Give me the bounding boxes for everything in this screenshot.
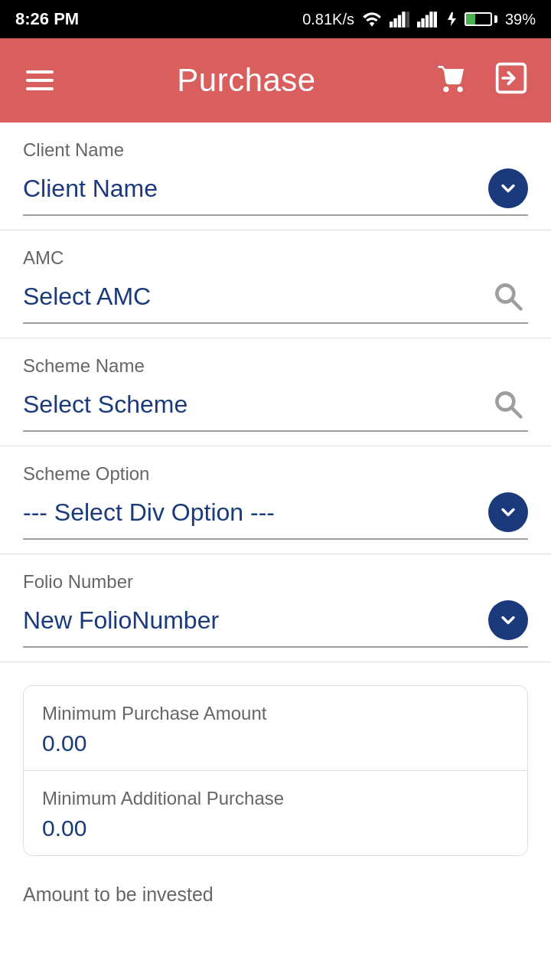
min-purchase-label: Minimum Purchase Amount [42, 703, 509, 724]
scheme-option-field: Scheme Option --- Select Div Option --- [0, 446, 551, 554]
amc-search-button[interactable] [488, 276, 528, 316]
signal2-icon [417, 11, 437, 28]
svg-rect-8 [429, 11, 432, 28]
svg-line-17 [513, 409, 521, 417]
network-speed: 0.81K/s [302, 11, 354, 28]
svg-rect-7 [425, 15, 429, 28]
min-additional-value: 0.00 [42, 815, 509, 841]
svg-rect-2 [398, 15, 401, 28]
scheme-option-row[interactable]: --- Select Div Option --- [23, 492, 528, 540]
min-purchase-value: 0.00 [42, 730, 509, 756]
min-purchase-row: Minimum Purchase Amount 0.00 [24, 686, 527, 771]
svg-rect-1 [393, 18, 396, 28]
scheme-name-field: Scheme Name Select Scheme [0, 338, 551, 446]
charging-icon [445, 11, 457, 28]
folio-number-value: New FolioNumber [23, 606, 219, 635]
cart-button[interactable] [432, 57, 474, 105]
folio-number-row[interactable]: New FolioNumber [23, 600, 528, 648]
svg-rect-0 [390, 21, 393, 28]
folio-number-dropdown[interactable] [488, 600, 528, 640]
folio-number-field: Folio Number New FolioNumber [0, 554, 551, 662]
app-bar-actions [432, 57, 533, 105]
menu-button[interactable] [18, 63, 61, 98]
svg-point-11 [458, 87, 462, 91]
battery-percent: 39% [505, 11, 536, 28]
signal-icon [390, 11, 409, 28]
chevron-down-icon [497, 501, 519, 523]
svg-rect-5 [417, 21, 420, 28]
chevron-down-icon [497, 609, 519, 631]
info-card: Minimum Purchase Amount 0.00 Minimum Add… [23, 685, 528, 856]
svg-rect-9 [434, 11, 437, 28]
client-name-label: Client Name [23, 139, 528, 161]
exit-icon [494, 61, 528, 95]
amount-to-invest-label: Amount to be invested [0, 864, 551, 913]
client-name-value: Client Name [23, 175, 158, 203]
search-icon [491, 279, 525, 313]
status-right: 0.81K/s [302, 11, 536, 28]
exit-button[interactable] [490, 57, 533, 105]
battery-indicator [465, 12, 497, 26]
min-additional-row: Minimum Additional Purchase 0.00 [24, 771, 527, 855]
cart-icon [436, 61, 470, 95]
client-name-dropdown[interactable] [488, 168, 528, 208]
wifi-icon [362, 11, 382, 28]
scheme-option-dropdown[interactable] [488, 492, 528, 532]
status-bar: 8:26 PM 0.81K/s [0, 0, 551, 38]
page-title: Purchase [61, 62, 432, 99]
svg-rect-6 [421, 18, 424, 28]
min-additional-label: Minimum Additional Purchase [42, 788, 509, 809]
svg-rect-4 [406, 11, 409, 28]
scheme-option-label: Scheme Option [23, 463, 528, 485]
scheme-search-button[interactable] [488, 384, 528, 424]
chevron-down-icon [497, 178, 519, 199]
svg-line-15 [513, 301, 521, 309]
amc-value: Select AMC [23, 283, 151, 311]
app-bar: Purchase [0, 38, 551, 122]
client-name-row[interactable]: Client Name [23, 168, 528, 216]
search-icon [491, 387, 525, 421]
svg-point-10 [444, 87, 448, 91]
amc-row[interactable]: Select AMC [23, 276, 528, 324]
amc-field: AMC Select AMC [0, 230, 551, 338]
scheme-option-value: --- Select Div Option --- [23, 498, 275, 527]
scheme-name-label: Scheme Name [23, 355, 528, 377]
scheme-name-value: Select Scheme [23, 390, 187, 419]
svg-rect-3 [402, 11, 405, 28]
status-time: 8:26 PM [15, 9, 79, 29]
client-name-field: Client Name Client Name [0, 122, 551, 230]
scheme-name-row[interactable]: Select Scheme [23, 384, 528, 432]
amc-label: AMC [23, 247, 528, 269]
folio-number-label: Folio Number [23, 571, 528, 593]
form-content: Client Name Client Name AMC Select AMC S… [0, 122, 551, 913]
